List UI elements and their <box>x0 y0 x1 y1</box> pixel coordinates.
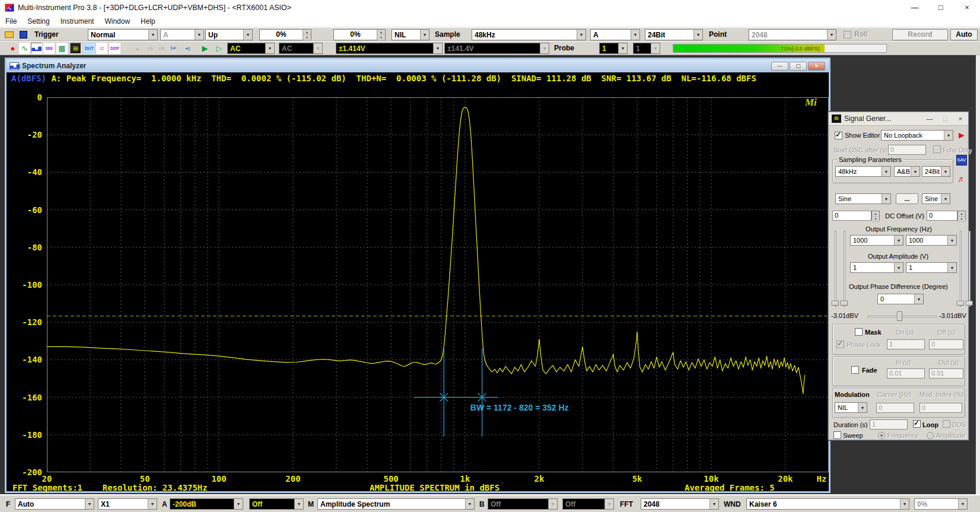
chevron-down-icon: ▼ <box>882 167 890 176</box>
minimize-icon[interactable]: — <box>922 115 937 122</box>
signal-generator-window: ≋ Signal Gener... — □ × Show Editor No L… <box>828 112 969 440</box>
frequency-axis-dropdown[interactable]: Auto▼ <box>15 498 94 510</box>
show-editor-checkbox[interactable] <box>835 132 842 139</box>
coupling-b-dropdown: AC▼ <box>279 43 323 54</box>
signal-generator-icon[interactable]: ≋ <box>70 43 81 54</box>
chevron-down-icon: ▼ <box>947 236 956 245</box>
signal-generator-titlebar[interactable]: ≋ Signal Gener... — □ × <box>829 112 968 126</box>
sample-rate-dropdown[interactable]: 48kHz▼ <box>472 29 586 40</box>
amplitude-a-fine-slider[interactable] <box>844 231 845 307</box>
frequency-b-dropdown[interactable]: 1000▼ <box>906 235 957 246</box>
fade-checkbox[interactable] <box>851 366 859 374</box>
amplitude-a-slider[interactable] <box>835 231 836 307</box>
range-a-dropdown[interactable]: ±1.414V▼ <box>336 43 443 54</box>
mode-dropdown[interactable]: Amplitude Spectrum▼ <box>317 498 475 510</box>
sg-sample-rate-dropdown[interactable]: 48kHz▼ <box>835 166 891 177</box>
sample-channel-dropdown[interactable]: A▼ <box>590 29 640 40</box>
open-icon[interactable] <box>4 29 15 40</box>
modulation-dropdown[interactable]: NIL▼ <box>835 402 867 413</box>
balance-slider[interactable] <box>868 316 937 317</box>
maximize-icon[interactable]: □ <box>928 0 954 15</box>
play-icon[interactable]: ▶ <box>199 43 211 54</box>
menu-help[interactable]: Help <box>135 15 161 27</box>
frequency-a-dropdown[interactable]: 1000▼ <box>850 235 903 246</box>
balance-slider-thumb[interactable] <box>897 311 902 321</box>
spectrum-analyzer-icon[interactable]: ▅▂▇ <box>31 43 42 54</box>
menu-file[interactable]: File <box>0 15 22 27</box>
mask-checkbox[interactable] <box>855 328 863 336</box>
speaker-icon[interactable]: ◄) <box>182 43 193 54</box>
save-icon[interactable]: SAV <box>956 155 967 166</box>
svg-text:0: 0 <box>37 93 42 102</box>
probe-a-dropdown[interactable]: 1▼ <box>599 43 628 54</box>
sg-bit-depth-dropdown[interactable]: 24Bit▼ <box>922 166 950 177</box>
menu-window[interactable]: Window <box>99 15 135 27</box>
spectrum-3d-plot-icon[interactable]: ▦ <box>56 43 68 54</box>
play-loop-icon[interactable]: ▷ <box>214 43 225 54</box>
dc-offset-a-spinner[interactable]: ▲▼ <box>871 211 880 221</box>
multimeter-icon[interactable]: 888 <box>43 43 55 54</box>
music-note-icon[interactable]: ♬ <box>956 174 967 185</box>
fft-size-dropdown[interactable]: 2048▼ <box>641 498 719 510</box>
ref-a-dropdown[interactable]: Off▼ <box>249 498 304 510</box>
chevron-down-icon: ▼ <box>548 499 557 509</box>
derived-data-curve-icon[interactable]: ≈ <box>96 43 107 54</box>
spectrum-plot[interactable]: BW = 1172 - 820 = 352 Hz20501002005001k2… <box>7 93 829 483</box>
chevron-down-icon: ▼ <box>651 43 660 53</box>
spectrum-analyzer-window: ▅▂▇ Spectrum Analyzer — ▢ × A(dBFS) A: P… <box>5 58 831 493</box>
slider-thumb[interactable] <box>966 301 973 306</box>
menu-instrument[interactable]: Instrument <box>55 15 100 27</box>
amplitude-a-dropdown[interactable]: 1▼ <box>850 262 903 273</box>
view-toolbar: F Auto▼ X1▼ A -200dB▼ Off▼ M Amplitude S… <box>0 494 980 512</box>
loop-checkbox[interactable] <box>913 420 921 428</box>
amplitude-b-slider[interactable] <box>960 231 962 307</box>
close-icon[interactable]: × <box>808 62 825 71</box>
auto-button[interactable]: Auto <box>950 29 978 40</box>
mdi-scrollbar[interactable] <box>976 55 980 494</box>
record-points-dropdown: 2048▼ <box>749 29 836 40</box>
dc-offset-a-input[interactable]: 0 <box>832 211 871 221</box>
spectrum-window-title: Spectrum Analyzer <box>22 62 86 70</box>
sg-channels-dropdown[interactable]: A&B▼ <box>894 166 920 177</box>
maximize-icon[interactable]: ▢ <box>790 62 807 71</box>
loopback-dropdown[interactable]: No Loopback▼ <box>881 130 953 141</box>
waveform-more-button[interactable]: ... <box>896 193 918 204</box>
zoom-dropdown[interactable]: X1▼ <box>98 498 157 510</box>
range-a-dropdown[interactable]: -200dB▼ <box>170 498 243 510</box>
device-test-plan-icon[interactable]: DUT <box>84 43 95 54</box>
frequency-reject-dropdown[interactable]: NIL▼ <box>392 29 429 40</box>
record-icon[interactable]: ● <box>7 43 18 54</box>
minimize-icon[interactable]: — <box>902 0 928 15</box>
close-icon[interactable]: × <box>954 0 980 15</box>
save-icon[interactable] <box>18 29 29 40</box>
waveform-b-dropdown[interactable]: Sine▼ <box>922 193 950 204</box>
waveform-a-dropdown[interactable]: Sine▼ <box>835 193 891 204</box>
chevron-down-icon: ▼ <box>234 499 243 509</box>
amplitude-b-dropdown[interactable]: 1▼ <box>906 262 957 273</box>
run-icon[interactable]: ▶ <box>956 130 967 141</box>
sweep-checkbox[interactable] <box>833 431 841 439</box>
phase-difference-dropdown[interactable]: 0▼ <box>877 294 924 304</box>
coupling-a-dropdown[interactable]: AC▼ <box>227 43 275 54</box>
slider-thumb[interactable] <box>957 301 964 306</box>
trigger-level-spinner[interactable]: 0%▲▼ <box>259 29 311 40</box>
slider-thumb[interactable] <box>832 301 839 306</box>
mask-label: Mask <box>865 329 882 336</box>
bit-depth-dropdown[interactable]: 24Bit▼ <box>645 29 703 40</box>
trigger-mode-dropdown[interactable]: Normal▼ <box>88 29 158 40</box>
trigger-delay-spinner[interactable]: 0%▲▼ <box>333 29 386 40</box>
svg-text:-80: -80 <box>27 243 42 252</box>
oscilloscope-icon[interactable]: ∿ <box>19 43 30 54</box>
ddp-viewer-icon[interactable]: DDP <box>109 43 120 54</box>
slider-thumb[interactable] <box>841 301 848 306</box>
dc-offset-b-input[interactable]: 0 <box>927 211 957 221</box>
close-icon[interactable]: × <box>953 115 968 122</box>
spectrum-window-titlebar[interactable]: ▅▂▇ Spectrum Analyzer — ▢ × <box>7 59 829 72</box>
minimize-icon[interactable]: — <box>771 62 788 71</box>
cut-icon[interactable]: ✂ <box>168 43 179 54</box>
menu-setting[interactable]: Setting <box>22 15 55 27</box>
trigger-edge-dropdown[interactable]: Up▼ <box>205 29 253 40</box>
window-function-dropdown[interactable]: Kaiser 6▼ <box>746 498 909 510</box>
amplitude-b-fine-slider[interactable] <box>969 231 971 307</box>
dc-offset-b-spinner[interactable]: ▲▼ <box>957 211 966 221</box>
